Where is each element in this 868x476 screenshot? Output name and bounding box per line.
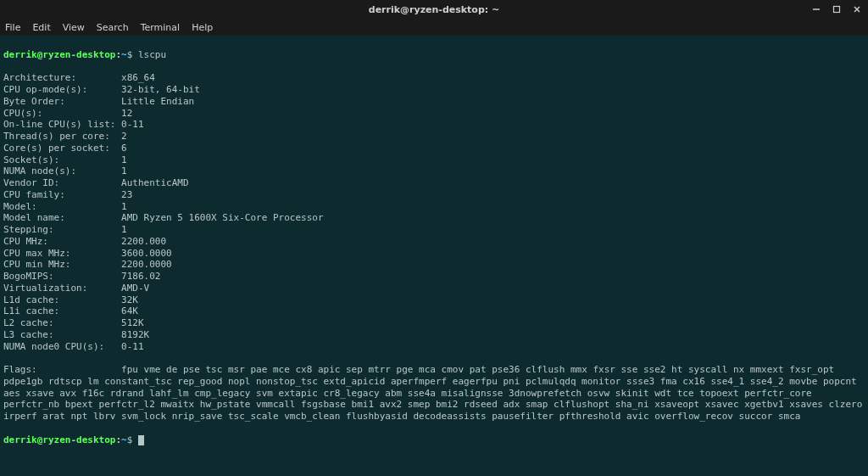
- prompt-line-idle: derrik@ryzen-desktop:~$: [3, 434, 865, 446]
- menu-search[interactable]: Search: [97, 22, 129, 33]
- menu-help[interactable]: Help: [192, 22, 213, 33]
- titlebar: derrik@ryzen-desktop: ~: [0, 0, 868, 19]
- lscpu-row: Vendor ID: AuthenticAMD: [3, 177, 865, 189]
- lscpu-value: 64K: [121, 305, 138, 316]
- lscpu-value: 3600.0000: [121, 248, 172, 259]
- lscpu-label: Core(s) per socket:: [3, 143, 110, 154]
- maximize-icon[interactable]: [831, 3, 843, 15]
- lscpu-value: 1: [121, 224, 127, 235]
- lscpu-value: AMD Ryzen 5 1600X Six-Core Processor: [121, 212, 323, 223]
- lscpu-value: 1: [121, 154, 127, 165]
- lscpu-label: L3 cache:: [3, 329, 54, 340]
- prompt-path: ~: [121, 434, 127, 445]
- lscpu-value: AMD-V: [121, 283, 149, 294]
- lscpu-row: L3 cache: 8192K: [3, 329, 865, 341]
- lscpu-label: BogoMIPS:: [3, 271, 54, 282]
- svg-rect-1: [834, 7, 840, 13]
- lscpu-label: Virtualization:: [3, 283, 87, 294]
- lscpu-row: L2 cache: 512K: [3, 317, 865, 329]
- lscpu-value: 6: [121, 143, 127, 154]
- prompt-line: derrik@ryzen-desktop:~$ lscpu: [3, 49, 865, 61]
- window-controls: [810, 3, 863, 15]
- lscpu-label: CPU min MHz:: [3, 259, 70, 270]
- lscpu-label: Stepping:: [3, 224, 54, 235]
- lscpu-label: On-line CPU(s) list:: [3, 119, 115, 130]
- lscpu-value: 7186.02: [121, 271, 160, 282]
- flags-label: Flags:: [3, 364, 37, 375]
- lscpu-row: CPU max MHz: 3600.0000: [3, 248, 865, 260]
- lscpu-row: Thread(s) per core: 2: [3, 131, 865, 143]
- lscpu-row: Model name: AMD Ryzen 5 1600X Six-Core P…: [3, 212, 865, 224]
- lscpu-row: CPU family: 23: [3, 189, 865, 201]
- lscpu-label: Socket(s):: [3, 154, 59, 165]
- lscpu-value: 1: [121, 165, 127, 176]
- lscpu-label: Thread(s) per core:: [3, 131, 110, 142]
- terminal-output[interactable]: derrik@ryzen-desktop:~$ lscpu Architectu…: [0, 36, 868, 476]
- lscpu-label: NUMA node(s):: [3, 165, 76, 176]
- lscpu-value: x86_64: [121, 72, 155, 83]
- lscpu-label: CPU MHz:: [3, 236, 48, 247]
- cursor: [138, 435, 144, 445]
- lscpu-label: L1d cache:: [3, 294, 59, 305]
- menu-terminal[interactable]: Terminal: [141, 22, 181, 33]
- lscpu-value: 2200.0000: [121, 259, 172, 270]
- lscpu-label: Architecture:: [3, 72, 76, 83]
- prompt-path: ~: [121, 49, 127, 60]
- menubar: File Edit View Search Terminal Help: [0, 19, 868, 36]
- minimize-icon[interactable]: [810, 3, 822, 15]
- lscpu-value: 1: [121, 201, 127, 212]
- window-title: derrik@ryzen-desktop: ~: [369, 4, 499, 15]
- lscpu-label: L1i cache:: [3, 305, 59, 316]
- lscpu-label: CPU op-mode(s):: [3, 84, 87, 95]
- prompt-symbol: $: [127, 49, 133, 60]
- lscpu-row: Stepping: 1: [3, 224, 865, 236]
- prompt-symbol: $: [127, 434, 133, 445]
- lscpu-row: On-line CPU(s) list: 0-11: [3, 119, 865, 131]
- lscpu-value: Little Endian: [121, 96, 194, 107]
- lscpu-label: Byte Order:: [3, 96, 65, 107]
- lscpu-row: Architecture: x86_64: [3, 72, 865, 84]
- close-icon[interactable]: [851, 3, 863, 15]
- lscpu-value: 2: [121, 131, 127, 142]
- lscpu-value: 8192K: [121, 329, 149, 340]
- lscpu-label: CPU family:: [3, 189, 65, 200]
- menu-file[interactable]: File: [5, 22, 20, 33]
- prompt-user: derrik@ryzen-desktop: [3, 434, 115, 445]
- lscpu-value: 512K: [121, 317, 144, 328]
- lscpu-value: AuthenticAMD: [121, 177, 188, 188]
- lscpu-label: CPU max MHz:: [3, 248, 70, 259]
- lscpu-label: CPU(s):: [3, 108, 42, 119]
- lscpu-row: Model: 1: [3, 201, 865, 213]
- lscpu-label: Model:: [3, 201, 37, 212]
- menu-view[interactable]: View: [63, 22, 85, 33]
- flags-value: fpu vme de pse tsc msr pae mce cx8 apic …: [3, 364, 868, 422]
- lscpu-value: 12: [121, 108, 132, 119]
- lscpu-label: Model name:: [3, 212, 65, 223]
- lscpu-row: Virtualization: AMD-V: [3, 283, 865, 294]
- lscpu-row: NUMA node(s): 1: [3, 165, 865, 177]
- lscpu-row: BogoMIPS: 7186.02: [3, 271, 865, 283]
- lscpu-value: 23: [121, 189, 132, 200]
- lscpu-row: Socket(s): 1: [3, 154, 865, 166]
- lscpu-row: L1d cache: 32K: [3, 294, 865, 306]
- lscpu-value: 32K: [121, 294, 138, 305]
- lscpu-output: Architecture: x86_64CPU op-mode(s): 32-b…: [3, 72, 865, 352]
- lscpu-row: Byte Order: Little Endian: [3, 96, 865, 108]
- lscpu-label: Vendor ID:: [3, 177, 59, 188]
- lscpu-value: 0-11: [121, 341, 144, 352]
- lscpu-value: 32-bit, 64-bit: [121, 84, 200, 95]
- lscpu-row: Core(s) per socket: 6: [3, 143, 865, 154]
- lscpu-label: L2 cache:: [3, 317, 54, 328]
- lscpu-row: CPU(s): 12: [3, 108, 865, 120]
- lscpu-row: CPU min MHz: 2200.0000: [3, 259, 865, 271]
- flags-line: Flags: fpu vme de pse tsc msr pae mce cx…: [3, 364, 865, 423]
- lscpu-row: CPU MHz: 2200.000: [3, 236, 865, 248]
- lscpu-value: 0-11: [121, 119, 144, 130]
- lscpu-row: NUMA node0 CPU(s): 0-11: [3, 341, 865, 353]
- command-text: lscpu: [138, 49, 166, 60]
- menu-edit[interactable]: Edit: [32, 22, 50, 33]
- lscpu-row: L1i cache: 64K: [3, 305, 865, 317]
- prompt-user: derrik@ryzen-desktop: [3, 49, 115, 60]
- lscpu-value: 2200.000: [121, 236, 166, 247]
- lscpu-row: CPU op-mode(s): 32-bit, 64-bit: [3, 84, 865, 96]
